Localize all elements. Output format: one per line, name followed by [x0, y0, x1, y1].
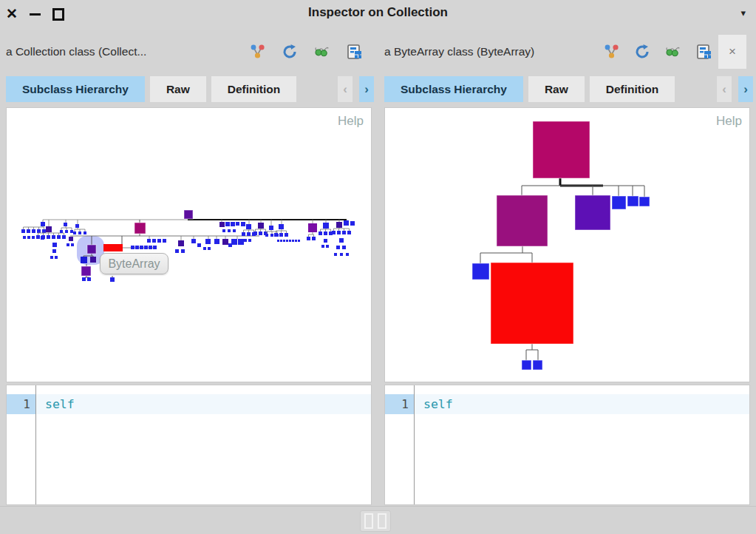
subclass-hierarchy-visualization[interactable]: [7, 108, 371, 382]
tab-scroll-left-icon[interactable]: ‹: [338, 76, 353, 102]
pane-page-icon: [364, 513, 373, 529]
browser-icon[interactable]: [696, 43, 712, 61]
pane-collection-header: a Collection class (Collect...: [0, 30, 373, 74]
tab-definition[interactable]: Definition: [211, 76, 296, 102]
refresh-icon[interactable]: [282, 43, 298, 61]
tab-raw[interactable]: Raw: [528, 76, 585, 102]
browser-icon[interactable]: [347, 43, 363, 61]
pane-toolbar: [603, 43, 712, 61]
line-number: 1: [7, 394, 35, 414]
tab-scroll-right-icon[interactable]: ›: [738, 76, 753, 102]
pane-title: a ByteArray class (ByteArray): [378, 45, 534, 58]
pane-layout-button[interactable]: [360, 510, 391, 532]
help-link[interactable]: Help: [338, 114, 364, 129]
gutter-divider: [414, 385, 415, 504]
code-text[interactable]: self: [45, 394, 75, 414]
pane-toolbar: [249, 43, 363, 61]
refresh-icon[interactable]: [634, 43, 650, 61]
tab-definition[interactable]: Definition: [590, 76, 675, 102]
pane-bytearray: a ByteArray class (ByteArray): [378, 30, 756, 506]
subclass-hierarchy-canvas[interactable]: ByteArray Help: [6, 107, 372, 382]
tabstrip: Subclass Hierarchy Raw Definition: [378, 76, 756, 102]
tab-scroll-left-icon[interactable]: ‹: [717, 76, 732, 102]
code-editor[interactable]: 1 self: [384, 385, 750, 505]
gutter-divider: [35, 385, 36, 504]
bottom-bar: [0, 506, 756, 534]
node-tooltip: ByteArray: [100, 253, 168, 274]
tab-subclass-hierarchy[interactable]: Subclass Hierarchy: [6, 76, 145, 102]
tab-raw[interactable]: Raw: [150, 76, 206, 102]
pane-close-button[interactable]: ×: [718, 35, 746, 69]
tab-scroll-right-icon[interactable]: ›: [359, 76, 374, 102]
pane-bytearray-header: a ByteArray class (ByteArray): [378, 30, 756, 74]
pane-page-icon: [378, 513, 386, 529]
tabstrip: Subclass Hierarchy Raw Definition: [0, 76, 373, 102]
tab-subclass-hierarchy[interactable]: Subclass Hierarchy: [384, 76, 523, 102]
window-title: Inspector on Collection: [0, 5, 756, 20]
code-editor[interactable]: 1 self: [6, 385, 372, 505]
inspect-glasses-icon[interactable]: [665, 43, 681, 61]
subclass-hierarchy-canvas[interactable]: Help: [384, 107, 750, 382]
inspect-glasses-icon[interactable]: [314, 43, 330, 61]
hierarchy-graph-icon[interactable]: [603, 43, 619, 61]
pane-collection: a Collection class (Collect...: [0, 30, 373, 506]
code-text[interactable]: self: [423, 394, 453, 414]
subclass-hierarchy-visualization[interactable]: [385, 108, 749, 382]
inspector-window: { "window": { "title": "Inspector on Col…: [0, 0, 756, 534]
window-menu-caret-icon[interactable]: ▾: [740, 7, 746, 18]
window-titlebar: ✕ Inspector on Collection ▾: [0, 0, 756, 30]
hierarchy-graph-icon[interactable]: [249, 43, 265, 61]
line-number: 1: [385, 394, 414, 414]
help-link[interactable]: Help: [716, 114, 742, 129]
pane-title: a Collection class (Collect...: [0, 45, 146, 58]
